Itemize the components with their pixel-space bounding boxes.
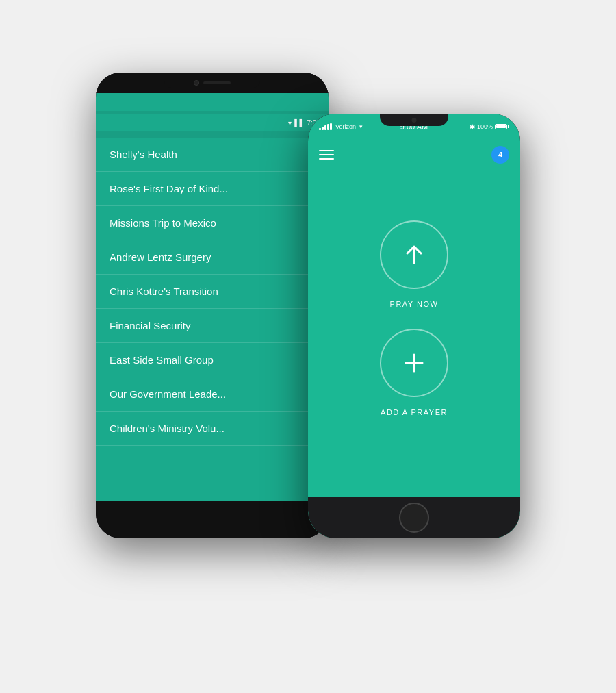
- iphone-screen: Verizon ▾ 9:00 AM ✱ 100%: [308, 114, 520, 538]
- list-item[interactable]: Financial Security: [96, 309, 329, 343]
- pray-now-section: PRAY NOW: [380, 220, 448, 308]
- list-item[interactable]: Rose's First Day of Kind...: [96, 172, 329, 206]
- list-item[interactable]: Children's Ministry Volu...: [96, 412, 329, 446]
- prayer-item-text: Andrew Lentz Surgery: [110, 251, 211, 263]
- list-item[interactable]: Missions Trip to Mexico: [96, 206, 329, 240]
- prayer-item-text: Children's Ministry Volu...: [110, 423, 224, 434]
- prayer-item-text: Financial Security: [110, 320, 190, 331]
- recent-apps-button[interactable]: [279, 509, 300, 530]
- battery-percentage: 100%: [477, 123, 493, 130]
- iphone-home-area: [308, 497, 520, 538]
- arrow-up-icon: [399, 240, 429, 270]
- pray-now-label: PRAY NOW: [390, 300, 439, 308]
- android-status-bar: ▾ ▌▌ 7:00: [96, 114, 329, 131]
- signal-strength-icon: [319, 123, 332, 130]
- battery-icon: [495, 124, 509, 129]
- list-item[interactable]: Shelly's Health: [96, 138, 329, 172]
- prayer-item-text: Missions Trip to Mexico: [110, 217, 216, 229]
- list-item[interactable]: Our Government Leade...: [96, 377, 329, 412]
- svg-rect-0: [208, 516, 216, 524]
- android-notch: [164, 78, 260, 88]
- plus-icon: [399, 348, 429, 378]
- iphone-status-right: ✱ 100%: [470, 123, 509, 131]
- add-prayer-label: ADD A PRAYER: [381, 408, 448, 416]
- home-nav-button[interactable]: [202, 509, 222, 530]
- android-navbar: [96, 501, 329, 538]
- prayer-item-text: Our Government Leade...: [110, 388, 226, 400]
- prayer-item-text: Rose's First Day of Kind...: [110, 183, 228, 194]
- svg-rect-1: [285, 516, 292, 525]
- iphone-camera: [412, 118, 417, 123]
- prayer-item-text: Shelly's Health: [110, 149, 177, 160]
- iphone-status-left: Verizon ▾: [319, 123, 363, 130]
- pray-now-button[interactable]: [380, 220, 448, 289]
- home-button[interactable]: [399, 503, 429, 533]
- android-speaker: [203, 81, 231, 84]
- list-item[interactable]: Andrew Lentz Surgery: [96, 240, 329, 275]
- bluetooth-icon: ✱: [470, 123, 475, 131]
- wifi-icon: ▾: [359, 123, 363, 130]
- android-screen: ▾ ▌▌ 7:00 ← MY PRAYERS Shelly's Health R…: [96, 93, 329, 501]
- list-item[interactable]: East Side Small Group: [96, 343, 329, 377]
- signal-icon: ▌▌: [294, 119, 304, 127]
- wifi-icon: ▾: [288, 119, 292, 127]
- scene: ▾ ▌▌ 7:00 ← MY PRAYERS Shelly's Health R…: [96, 52, 520, 641]
- android-phone: ▾ ▌▌ 7:00 ← MY PRAYERS Shelly's Health R…: [96, 73, 329, 538]
- add-prayer-button[interactable]: [380, 329, 448, 397]
- prayer-item-text: Chris Kottre's Transition: [110, 286, 218, 297]
- list-item[interactable]: Chris Kottre's Transition: [96, 275, 329, 309]
- android-camera: [194, 80, 199, 86]
- iphone-main-content: PRAY NOW ADD A PRAYER: [308, 140, 520, 497]
- iphone: Verizon ▾ 9:00 AM ✱ 100%: [308, 114, 520, 538]
- android-prayer-list: Shelly's Health Rose's First Day of Kind…: [96, 138, 329, 446]
- svg-rect-2: [287, 515, 294, 523]
- prayer-item-text: East Side Small Group: [110, 354, 214, 366]
- carrier-name: Verizon: [335, 123, 356, 130]
- back-nav-button[interactable]: [125, 509, 145, 530]
- add-prayer-section: ADD A PRAYER: [380, 329, 448, 416]
